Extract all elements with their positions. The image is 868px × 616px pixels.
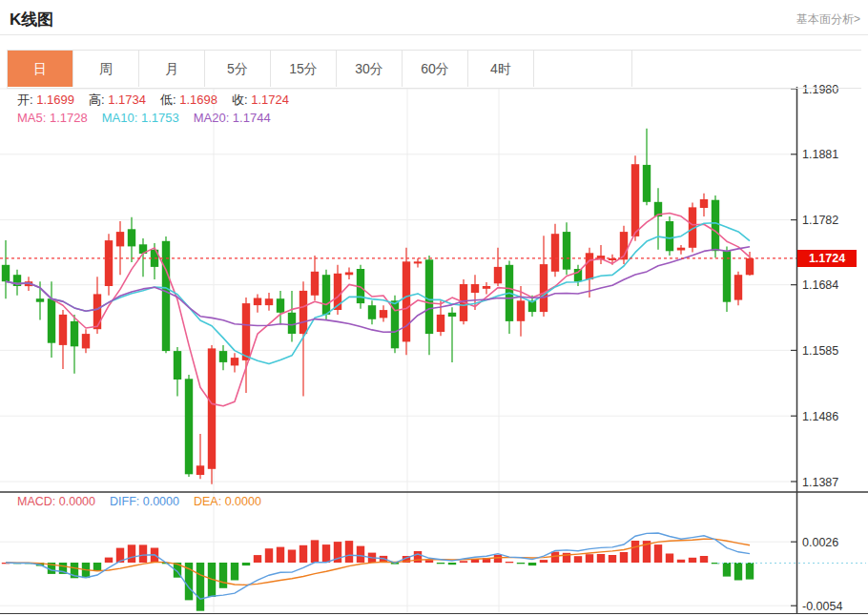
legend-item: 低: 1.1698 (160, 92, 217, 107)
svg-text:1.1684: 1.1684 (802, 278, 838, 292)
legend-item: DEA: 0.0000 (194, 495, 261, 508)
svg-text:1.1881: 1.1881 (802, 148, 838, 161)
current-price-tag: 1.1724 (797, 250, 857, 267)
legend-item: MA20: 1.1744 (194, 111, 271, 125)
svg-text:0.0026: 0.0026 (802, 536, 838, 549)
svg-text:-0.0054: -0.0054 (802, 600, 842, 613)
tab-15min[interactable]: 15分 (271, 51, 337, 87)
period-tabs: 日周月5分15分30分60分4时 (7, 50, 861, 89)
legend-item: 开: 1.1699 (17, 92, 74, 107)
ohlc-legend: 开: 1.1699高: 1.1734低: 1.1698收: 1.1724 (17, 92, 303, 109)
tab-4hour[interactable]: 4时 (468, 51, 534, 87)
legend-item: MA10: 1.1753 (102, 111, 179, 125)
legend-item: 收: 1.1724 (232, 92, 289, 107)
tab-week[interactable]: 周 (73, 51, 139, 87)
svg-text:1.1486: 1.1486 (802, 410, 838, 423)
tab-60min[interactable]: 60分 (403, 51, 468, 87)
legend-item: MA5: 1.1728 (17, 111, 88, 125)
legend-item: 高: 1.1734 (89, 92, 146, 107)
svg-text:1.1387: 1.1387 (802, 476, 838, 489)
ma-legend: MA5: 1.1728MA10: 1.1753MA20: 1.1744 (17, 111, 285, 125)
tab-5min[interactable]: 5分 (205, 51, 271, 87)
svg-text:1.1585: 1.1585 (802, 344, 838, 358)
macd-legend: MACD: 0.0000DIFF: 0.0000DEA: 0.0000 (17, 495, 276, 508)
fundamental-analysis-link[interactable]: 基本面分析> (796, 11, 860, 28)
svg-text:1.1782: 1.1782 (802, 214, 838, 227)
tab-row-spacer (534, 51, 632, 87)
kline-page: { "header": { "title": "K线图", "more_link… (0, 0, 868, 616)
legend-item: MACD: 0.0000 (17, 495, 95, 508)
tab-month[interactable]: 月 (139, 51, 205, 87)
legend-item: DIFF: 0.0000 (110, 495, 179, 508)
tab-30min[interactable]: 30分 (337, 51, 403, 87)
tab-day[interactable]: 日 (8, 51, 73, 87)
